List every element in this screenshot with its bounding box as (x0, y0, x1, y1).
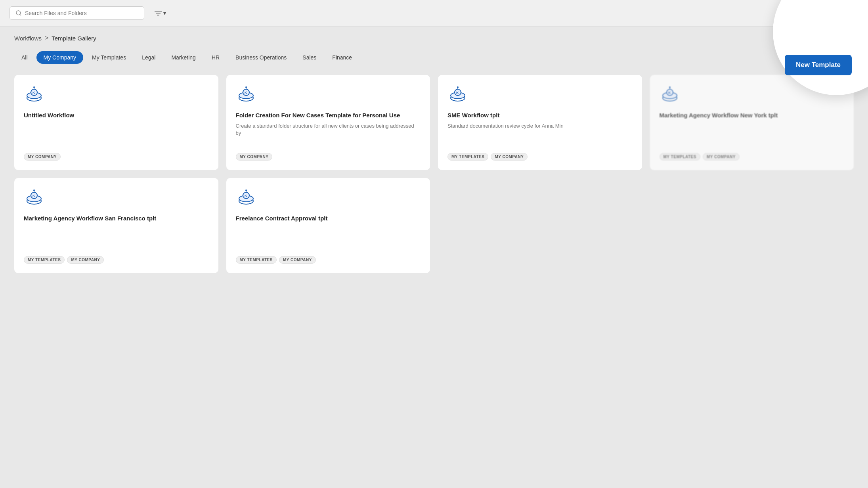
filter-button[interactable]: ▾ (151, 8, 170, 19)
card-tags-3: MY TEMPLATES MY COMPANY (447, 153, 633, 161)
card-desc-2: Create a standard folder structure for a… (236, 122, 421, 147)
tab-business-operations[interactable]: Business Operations (228, 51, 294, 64)
tab-hr[interactable]: HR (205, 51, 227, 64)
card-icon-2: K (236, 84, 256, 105)
breadcrumb-template-gallery: Template Gallery (52, 35, 96, 42)
tag: MY TEMPLATES (660, 153, 700, 161)
tab-my-templates[interactable]: My Templates (85, 51, 133, 64)
card-icon-4: K (660, 84, 680, 105)
tab-finance[interactable]: Finance (325, 51, 359, 64)
svg-text:K: K (668, 91, 671, 95)
filter-icon-chevron: ▾ (163, 10, 166, 16)
card-desc-6 (236, 226, 421, 250)
card-desc-1 (24, 122, 209, 147)
tag: MY TEMPLATES (236, 256, 277, 264)
tag: MY TEMPLATES (447, 153, 488, 161)
svg-point-32 (669, 86, 671, 88)
tag: MY COMPANY (491, 153, 528, 161)
card-desc-3: Standard documentation review cycle for … (447, 122, 633, 147)
tab-my-company[interactable]: My Company (36, 51, 83, 64)
tab-legal[interactable]: Legal (135, 51, 163, 64)
svg-point-0 (16, 11, 21, 15)
cards-grid: K Untitled Workflow MY COMPANY K (14, 75, 854, 273)
card-title-2: Folder Creation For New Cases Template f… (236, 111, 421, 119)
tab-marketing[interactable]: Marketing (164, 51, 203, 64)
svg-text:K: K (33, 91, 35, 95)
header: ▾ 9+ T (0, 0, 868, 27)
tag: MY TEMPLATES (24, 256, 65, 264)
search-icon (15, 10, 22, 16)
card-tags-6: MY TEMPLATES MY COMPANY (236, 256, 421, 264)
card-title-3: SME Workflow tplt (447, 111, 633, 119)
template-card-6[interactable]: K Freelance Contract Approval tplt MY TE… (226, 178, 430, 273)
tab-all[interactable]: All (14, 51, 35, 64)
svg-point-38 (33, 189, 35, 191)
search-bar (10, 6, 144, 20)
tag: MY COMPANY (279, 256, 316, 264)
tag: MY COMPANY (703, 153, 740, 161)
tag: MY COMPANY (236, 153, 273, 161)
template-card-5[interactable]: K Marketing Agency Workflow San Francisc… (14, 178, 218, 273)
card-tags-2: MY COMPANY (236, 153, 421, 161)
card-tags-4: MY TEMPLATES MY COMPANY (660, 153, 845, 161)
svg-text:K: K (245, 194, 247, 198)
card-tags-5: MY TEMPLATES MY COMPANY (24, 256, 209, 264)
filter-icon (155, 10, 162, 16)
new-template-button[interactable]: New Template (785, 55, 852, 75)
card-title-6: Freelance Contract Approval tplt (236, 214, 421, 222)
svg-point-14 (33, 86, 35, 88)
svg-text:K: K (33, 194, 35, 198)
svg-text:K: K (245, 91, 247, 95)
svg-text:K: K (456, 91, 459, 95)
card-icon-1: K (24, 84, 44, 105)
filter-tabs: All My Company My Templates Legal Market… (14, 51, 854, 64)
card-title-4: Marketing Agency Workflow New York tplt (660, 111, 845, 119)
card-tags-1: MY COMPANY (24, 153, 209, 161)
svg-line-1 (20, 14, 21, 15)
card-title-1: Untitled Workflow (24, 111, 209, 119)
svg-point-20 (245, 86, 247, 88)
card-icon-5: K (24, 188, 44, 208)
card-title-5: Marketing Agency Workflow San Francisco … (24, 214, 209, 222)
breadcrumb-workflows[interactable]: Workflows (14, 35, 42, 42)
tab-sales[interactable]: Sales (295, 51, 323, 64)
tag: MY COMPANY (67, 256, 104, 264)
svg-point-44 (245, 189, 247, 191)
breadcrumb-separator: > (45, 34, 48, 42)
card-icon-6: K (236, 188, 256, 208)
template-card-1[interactable]: K Untitled Workflow MY COMPANY (14, 75, 218, 170)
card-desc-4 (660, 122, 845, 147)
card-icon-3: K (447, 84, 468, 105)
template-card-2[interactable]: K Folder Creation For New Cases Template… (226, 75, 430, 170)
card-desc-5 (24, 226, 209, 250)
template-card-3[interactable]: K SME Workflow tplt Standard documentati… (438, 75, 642, 170)
main-content: Workflows > Template Gallery All My Comp… (0, 27, 868, 281)
search-input[interactable] (25, 10, 138, 16)
breadcrumb: Workflows > Template Gallery (14, 34, 854, 42)
tag: MY COMPANY (24, 153, 61, 161)
svg-point-26 (457, 86, 459, 88)
